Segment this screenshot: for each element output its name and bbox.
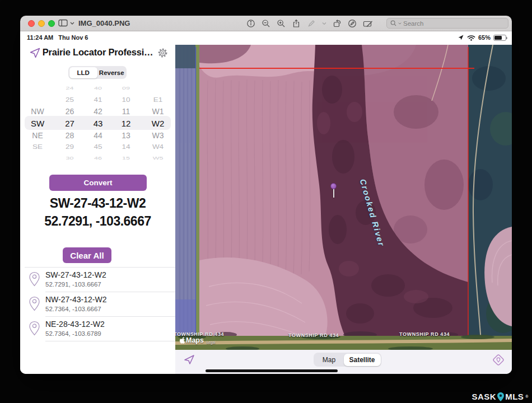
picker-row-selected[interactable]: SW274312W2 bbox=[20, 118, 175, 130]
result-coordinates: 52.7291, -103.6667 bbox=[20, 214, 175, 229]
location-arrow-icon bbox=[183, 353, 195, 365]
picker-row[interactable]: 304615W5 bbox=[20, 156, 175, 162]
tab-satellite[interactable]: Satellite bbox=[344, 354, 381, 366]
road-label: TOWNSHIP RD 434 bbox=[399, 331, 450, 337]
battery-percent: 65% bbox=[478, 34, 491, 41]
search-field[interactable] bbox=[386, 18, 508, 29]
lld-picker-wheel[interactable]: 244009 254110E1 NW264211W1 SW274312W2 NE… bbox=[20, 83, 175, 163]
watermark-registered: ® bbox=[525, 395, 529, 399]
watermark-sask: SASK bbox=[472, 392, 496, 401]
ios-status-bar: 11:24 AM Thu Nov 6 65% bbox=[20, 31, 512, 45]
picker-row[interactable]: NW264211W1 bbox=[20, 106, 175, 118]
picker-row[interactable]: 254110E1 bbox=[20, 95, 175, 105]
chevron-down-small-icon[interactable] bbox=[322, 22, 326, 25]
zoom-out-icon[interactable] bbox=[262, 19, 270, 28]
picker-row[interactable]: 244009 bbox=[20, 86, 175, 92]
divider bbox=[45, 341, 175, 341]
location-services-icon bbox=[458, 34, 464, 41]
saved-location-coords: 52.7291, -103.6667 bbox=[45, 281, 101, 288]
saved-location-coords: 52.7364, -103.6789 bbox=[45, 330, 101, 337]
gear-icon[interactable] bbox=[157, 47, 169, 59]
picker-row[interactable]: NE284413W3 bbox=[20, 130, 175, 142]
mode-segmented-control: LLD Reverse bbox=[68, 66, 127, 79]
tab-lld[interactable]: LLD bbox=[69, 67, 98, 78]
picker-row[interactable]: SE294514W4 bbox=[20, 142, 175, 152]
apple-maps-logo: Maps bbox=[179, 336, 204, 344]
text-edit-icon[interactable] bbox=[363, 19, 373, 28]
map-view[interactable]: Crooked River TOWNSHIP RD 434 TOWNSHIP R… bbox=[175, 45, 512, 350]
status-date: Thu Nov 6 bbox=[58, 34, 88, 41]
battery-icon bbox=[493, 35, 506, 41]
search-icon bbox=[390, 20, 396, 26]
legal-link[interactable]: Legal bbox=[207, 340, 216, 344]
home-indicator[interactable] bbox=[206, 369, 338, 372]
saved-location-item[interactable]: SW-27-43-12-W2 52.7291, -103.6667 bbox=[20, 268, 175, 292]
location-arrow-icon bbox=[29, 47, 41, 59]
map-pin-icon bbox=[29, 321, 40, 336]
convert-button[interactable]: Convert bbox=[49, 175, 147, 191]
maximize-button[interactable] bbox=[48, 20, 55, 27]
info-icon[interactable] bbox=[246, 19, 255, 28]
app-title: Prairie Locator Professi… bbox=[40, 47, 155, 58]
wifi-icon bbox=[467, 35, 475, 41]
map-pin-icon bbox=[29, 296, 40, 311]
rotate-icon[interactable] bbox=[333, 19, 342, 28]
desktop-background: IMG_0040.PNG 11:24 bbox=[0, 0, 532, 403]
tracking-button[interactable] bbox=[183, 352, 199, 367]
window-title: IMG_0040.PNG bbox=[78, 16, 130, 31]
search-input[interactable] bbox=[403, 20, 487, 27]
saved-location-item[interactable]: NW-27-43-12-W2 52.7364, -103.6667 bbox=[20, 292, 175, 317]
map-pin-icon bbox=[29, 271, 40, 287]
preview-window: IMG_0040.PNG 11:24 bbox=[20, 16, 512, 374]
minimize-button[interactable] bbox=[38, 20, 45, 27]
diamond-pin-icon bbox=[492, 354, 505, 366]
zoom-in-icon[interactable] bbox=[277, 19, 286, 28]
annotate-icon[interactable] bbox=[348, 19, 357, 28]
maps-logo-text: Maps bbox=[186, 336, 204, 344]
ipad-screenshot: 11:24 AM Thu Nov 6 65% Prairie Locator P… bbox=[20, 31, 512, 374]
satellite-imagery bbox=[175, 45, 512, 350]
result-lld: SW-27-43-12-W2 bbox=[20, 196, 175, 211]
saved-location-lld: SW-27-43-12-W2 bbox=[45, 270, 106, 279]
marker-tool-button[interactable] bbox=[492, 353, 507, 367]
dropped-pin[interactable] bbox=[330, 183, 337, 189]
window-titlebar[interactable]: IMG_0040.PNG bbox=[20, 16, 512, 31]
dropped-pin-stick bbox=[333, 188, 334, 198]
teal-pin-icon bbox=[497, 392, 504, 401]
chevron-down-icon bbox=[70, 22, 74, 25]
share-icon[interactable] bbox=[292, 19, 301, 28]
status-time: 11:24 AM bbox=[27, 34, 53, 41]
saved-location-lld: NE-28-43-12-W2 bbox=[45, 320, 105, 329]
apple-logo-icon bbox=[179, 337, 185, 344]
tab-reverse[interactable]: Reverse bbox=[97, 67, 126, 78]
markup-pen-icon[interactable] bbox=[307, 19, 316, 28]
sidebar-toggle-button[interactable] bbox=[58, 19, 74, 27]
watermark-mls: MLS bbox=[505, 392, 524, 401]
sidebar-icon bbox=[58, 19, 68, 27]
close-button[interactable] bbox=[28, 20, 35, 27]
clear-all-button[interactable]: Clear All bbox=[63, 247, 111, 263]
app-sidebar: Prairie Locator Professi… LLD Reverse 24… bbox=[20, 45, 175, 374]
saved-location-item[interactable]: NE-28-43-12-W2 52.7364, -103.6789 bbox=[20, 317, 175, 341]
chevron-down-icon bbox=[398, 22, 402, 25]
saved-location-lld: NW-27-43-12-W2 bbox=[45, 295, 106, 304]
app-header: Prairie Locator Professi… bbox=[20, 46, 175, 60]
map-type-segmented-control: Map Satellite bbox=[314, 353, 381, 367]
saskmls-watermark: SASK MLS ® bbox=[472, 392, 529, 401]
saved-location-coords: 52.7364, -103.6667 bbox=[45, 306, 101, 312]
road-label: TOWNSHIP RD 434 bbox=[288, 332, 339, 338]
tab-map[interactable]: Map bbox=[315, 354, 344, 366]
